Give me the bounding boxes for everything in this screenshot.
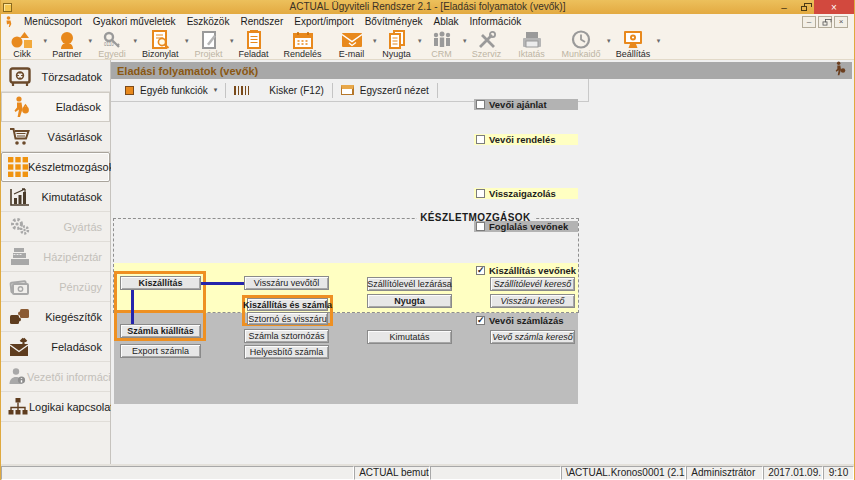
sidebar-item-penzugy[interactable]: Pénzügy bbox=[1, 272, 110, 302]
helyesbito-szamla-button[interactable]: Helyesbítő számla bbox=[244, 345, 329, 359]
envelope-send-icon bbox=[7, 337, 33, 357]
toolbar-separator bbox=[437, 83, 438, 98]
status-date: 2017.01.09. bbox=[763, 466, 823, 480]
toolbar-item-nyugta[interactable]: Nyugta ▾ bbox=[382, 30, 412, 59]
toolbar-item-email[interactable]: E-mail ▾ bbox=[337, 30, 367, 59]
menu-bovitmenyek[interactable]: Bővítmények bbox=[365, 16, 423, 27]
status-empty-1 bbox=[1, 466, 354, 480]
inventory-grid-icon bbox=[8, 157, 28, 177]
export-szamla-button[interactable]: Export számla bbox=[120, 344, 201, 358]
menu-ablak[interactable]: Ablak bbox=[434, 16, 459, 27]
visszaru-vevotol-button[interactable]: Visszáru vevőtől bbox=[244, 276, 329, 290]
szamla-sztornozas-button[interactable]: Számla sztornózás bbox=[244, 329, 329, 343]
mdi-restore-button[interactable] bbox=[818, 16, 832, 28]
checkbox-vevoi-rendeles[interactable]: Vevői rendelés bbox=[474, 134, 578, 145]
toolbar-item-partner[interactable]: Partner ▾ bbox=[52, 30, 82, 59]
task-icon bbox=[245, 30, 263, 49]
egyszeru-nezet-button[interactable]: Egyszerű nézet bbox=[333, 85, 437, 96]
dropdown-caret-icon[interactable]: ▾ bbox=[418, 37, 422, 45]
sidebar-item-kiegeszitok[interactable]: Kiegészítők bbox=[1, 302, 110, 332]
dropdown-caret-icon[interactable]: ▾ bbox=[607, 37, 611, 45]
sidebar-item-eladasok[interactable]: Eladások bbox=[1, 92, 110, 122]
order-calendar-icon bbox=[293, 30, 313, 49]
sidebar-item-hazipenztar[interactable]: Házipénztár bbox=[1, 242, 110, 272]
sztorno-es-visszaru-button[interactable]: Sztornó és visszáru bbox=[247, 312, 328, 325]
egyeb-funkciok-button[interactable]: Egyéb funkciók ▾ bbox=[117, 85, 225, 96]
maximize-restore-button[interactable] bbox=[794, 0, 814, 14]
toolbar-item-rendeles[interactable]: Rendelés bbox=[284, 30, 322, 59]
vevo-szamla-kereso-button[interactable]: Vevő számla kereső bbox=[490, 330, 575, 344]
checkbox-icon[interactable] bbox=[476, 266, 485, 275]
szamla-kiallitas-button[interactable]: Számla kiállítás bbox=[120, 324, 201, 338]
menu-rendszer[interactable]: Rendszer bbox=[240, 16, 283, 27]
kiszallitas-button[interactable]: Kiszállítás bbox=[120, 276, 201, 290]
dropdown-caret-icon[interactable]: ▾ bbox=[133, 37, 137, 45]
toolbar-item-munkaido[interactable]: Munkaidő ▾ bbox=[562, 30, 601, 59]
worktime-clock-icon bbox=[571, 30, 591, 49]
sidebar-item-gyartas[interactable]: Gyártás bbox=[1, 212, 110, 242]
sidebar-item-feladasok[interactable]: Feladások bbox=[1, 332, 110, 362]
toolbar-item-crm[interactable]: CRM ▾ bbox=[427, 30, 457, 59]
mdi-minimize-button[interactable]: – bbox=[802, 16, 816, 28]
checkbox-icon[interactable] bbox=[476, 135, 485, 144]
status-user: Adminisztrátor bbox=[686, 466, 763, 480]
svg-text:0110: 0110 bbox=[104, 42, 114, 47]
menu-eszkozok[interactable]: Eszközök bbox=[187, 16, 230, 27]
close-button[interactable]: × bbox=[814, 0, 854, 14]
dropdown-caret-icon[interactable]: ▾ bbox=[463, 37, 467, 45]
toolbar-item-iktatas[interactable]: Iktatás bbox=[517, 30, 547, 59]
dropdown-caret-icon[interactable]: ▾ bbox=[88, 37, 92, 45]
checkbox-label: Kiszállítás vevőnek bbox=[489, 265, 576, 276]
checkbox-foglalas-vevonek[interactable]: Foglalás vevőnek bbox=[474, 221, 578, 232]
menu-informaciok[interactable]: Információk bbox=[470, 16, 522, 27]
toolbar-item-szerviz[interactable]: Szerviz bbox=[472, 30, 502, 59]
sidebar-item-torzsadatok[interactable]: Törzsadatok bbox=[1, 62, 110, 92]
kimutatas-button[interactable]: Kimutatás bbox=[367, 330, 452, 344]
checkbox-icon[interactable] bbox=[476, 316, 485, 325]
toolbar-item-projekt[interactable]: Projekt ▾ bbox=[194, 30, 224, 59]
sidebar-item-keszletmozgasok[interactable]: Készletmozgások bbox=[1, 152, 110, 182]
sidebar-item-vezetoi-informacio[interactable]: Vezetői információ bbox=[1, 362, 110, 392]
szallitolevel-lezarasa-button[interactable]: Szállítólevél lezárása bbox=[367, 277, 452, 291]
sidebar-item-vasarlasok[interactable]: Vásárlások bbox=[1, 122, 110, 152]
mdi-close-button[interactable]: × bbox=[834, 16, 848, 28]
functions-icon bbox=[125, 86, 134, 95]
menu-menucsoport[interactable]: Menücsoport bbox=[24, 16, 82, 27]
menu-gyakori-muveletek[interactable]: Gyakori műveletek bbox=[93, 16, 176, 27]
dropdown-caret-icon[interactable]: ▾ bbox=[43, 37, 47, 45]
nyugta-button[interactable]: Nyugta bbox=[367, 294, 452, 308]
kisker-label: Kisker (F12) bbox=[269, 85, 323, 96]
checkbox-vevoi-szamlazas[interactable]: Vevői számlázás bbox=[474, 315, 578, 326]
checkbox-kiszallitas-vevonek[interactable]: Kiszállítás vevőnek bbox=[474, 265, 578, 276]
status-company: ACTUAL bemutató cég bbox=[354, 466, 430, 480]
checkbox-icon[interactable] bbox=[476, 189, 485, 198]
dropdown-caret-icon[interactable]: ▾ bbox=[657, 37, 661, 45]
article-icon bbox=[11, 30, 33, 49]
toolbar-item-egyedi[interactable]: 0110 Egyedi ▾ bbox=[97, 30, 127, 59]
sidebar-item-kimutatasok[interactable]: Kimutatások bbox=[1, 182, 110, 212]
checkbox-icon[interactable] bbox=[476, 222, 485, 231]
receipt-icon bbox=[388, 30, 406, 49]
kiszallitas-es-szamla-button[interactable]: Kiszállítás és számla bbox=[247, 298, 328, 311]
checkbox-vevoi-ajanlat[interactable]: Vevői ajánlat bbox=[474, 99, 578, 110]
toolbar-item-beallitas[interactable]: Beállítás ▾ bbox=[616, 30, 651, 59]
manager-info-icon bbox=[7, 367, 27, 387]
checkbox-label: Visszaigazolás bbox=[489, 188, 556, 199]
toolbar-item-cikk[interactable]: Cikk ▾ bbox=[7, 30, 37, 59]
toolbar-item-feladat[interactable]: Feladat bbox=[239, 30, 269, 59]
status-time: 9:10 bbox=[823, 466, 854, 480]
minimize-button[interactable]: – bbox=[774, 0, 794, 14]
sidebar-item-logikai-kapcsolat[interactable]: Logikai kapcsolat bbox=[1, 392, 110, 422]
kisker-button[interactable]: Kisker (F12) bbox=[226, 85, 331, 96]
checkbox-visszaigazolas[interactable]: Visszaigazolás bbox=[474, 188, 578, 199]
menu-export-import[interactable]: Export/import bbox=[294, 16, 353, 27]
visszaru-kereso-button[interactable]: Visszáru kereső bbox=[490, 294, 575, 308]
toolbar-item-bizonylat[interactable]: Bizonylat ▾ bbox=[142, 30, 179, 59]
connector-horizontal bbox=[201, 282, 244, 285]
simple-view-icon bbox=[341, 85, 354, 95]
szallitolevel-kereso-button[interactable]: Szállítólevél kereső bbox=[490, 277, 575, 291]
dropdown-caret-icon[interactable]: ▾ bbox=[230, 37, 234, 45]
checkbox-icon[interactable] bbox=[476, 100, 485, 109]
dropdown-caret-icon[interactable]: ▾ bbox=[185, 37, 189, 45]
dropdown-caret-icon[interactable]: ▾ bbox=[373, 37, 377, 45]
